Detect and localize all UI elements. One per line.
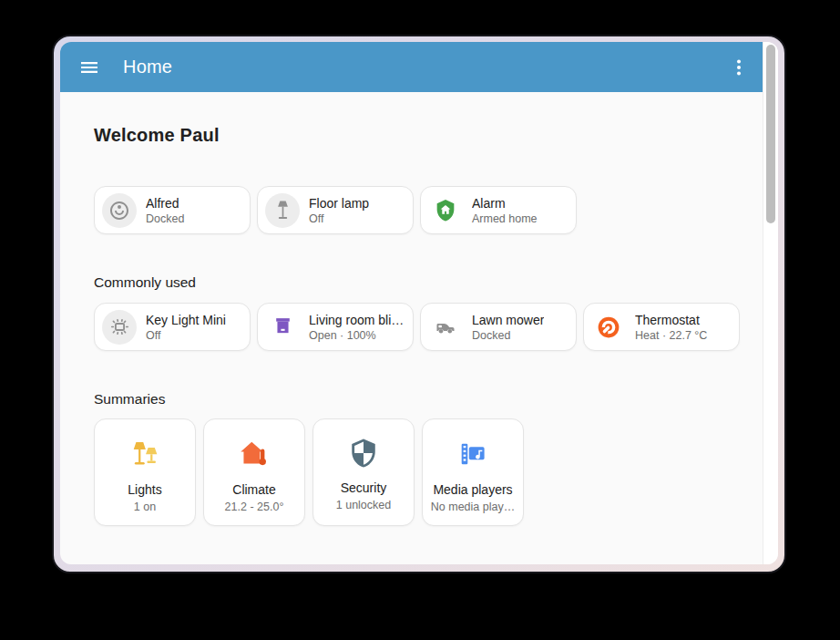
- card-texts: Lawn mower Docked: [472, 313, 544, 342]
- card-status: Off: [146, 329, 226, 342]
- summary-title: Security: [341, 480, 387, 495]
- card-status: Armed home: [472, 212, 538, 225]
- card-texts: Thermostat Heat · 22.7 °C: [635, 313, 707, 342]
- summary-card-climate[interactable]: Climate 21.2 - 25.0°: [203, 418, 305, 526]
- commonly-used-row: Key Light Mini Off Living room bli… Open…: [94, 303, 744, 351]
- media-player-icon: [456, 438, 489, 470]
- card-alfred[interactable]: Alfred Docked: [94, 186, 251, 234]
- card-key-light-mini[interactable]: Key Light Mini Off: [94, 303, 251, 351]
- card-texts: Alfred Docked: [146, 196, 184, 225]
- card-title: Key Light Mini: [146, 313, 226, 327]
- thermostat-dial-icon: [591, 310, 626, 345]
- app-bar: Home: [60, 42, 763, 92]
- summary-status: 1 unlocked: [336, 499, 391, 511]
- card-title: Thermostat: [635, 313, 707, 327]
- card-title: Alfred: [146, 196, 184, 211]
- dashboard-content: Welcome Paul Alfred Docked: [60, 92, 778, 526]
- card-living-room-blinds[interactable]: Living room bli… Open · 100%: [257, 303, 414, 351]
- robot-vacuum-icon: [102, 193, 137, 228]
- section-label-commonly-used: Commonly used: [94, 274, 744, 291]
- quick-access-row: Alfred Docked Floor lamp Off: [94, 186, 744, 234]
- summary-status: 1 on: [134, 501, 156, 513]
- dots-vertical-icon[interactable]: [728, 57, 750, 78]
- card-status: Docked: [472, 329, 544, 342]
- summary-title: Climate: [232, 482, 275, 497]
- summary-status: No media play…: [431, 501, 515, 513]
- card-title: Living room bli…: [309, 313, 404, 327]
- window-blind-icon: [265, 310, 300, 345]
- card-title: Alarm: [472, 196, 538, 211]
- hamburger-menu-icon[interactable]: [78, 57, 100, 78]
- card-floor-lamp[interactable]: Floor lamp Off: [257, 186, 414, 234]
- card-title: Floor lamp: [309, 196, 369, 211]
- floor-lamp-icon: [265, 193, 300, 228]
- scrollbar-track[interactable]: [763, 42, 778, 564]
- lawn-mower-icon: [428, 310, 463, 345]
- home-thermometer-icon: [238, 438, 271, 470]
- card-texts: Key Light Mini Off: [146, 313, 226, 342]
- card-status: Docked: [146, 212, 184, 225]
- page-title: Home: [123, 57, 172, 77]
- summary-status: 21.2 - 25.0°: [225, 501, 284, 513]
- home-assistant-screen: Home Welcome Paul Alfred Docked: [60, 42, 778, 564]
- scrollbar-thumb[interactable]: [766, 45, 775, 223]
- card-status: Open · 100%: [309, 329, 404, 342]
- card-texts: Floor lamp Off: [309, 196, 369, 225]
- card-texts: Living room bli… Open · 100%: [309, 313, 404, 342]
- card-thermostat[interactable]: Thermostat Heat · 22.7 °C: [583, 303, 740, 351]
- card-status: Off: [309, 212, 369, 225]
- shield-home-icon: [428, 193, 463, 228]
- tablet-frame: Home Welcome Paul Alfred Docked: [52, 35, 786, 573]
- greeting-heading: Welcome Paul: [94, 125, 744, 146]
- shield-quadrant-icon: [348, 438, 379, 469]
- card-texts: Alarm Armed home: [472, 196, 538, 225]
- card-status: Heat · 22.7 °C: [635, 329, 707, 342]
- section-label-summaries: Summaries: [94, 391, 744, 408]
- summary-card-media-players[interactable]: Media players No media play…: [422, 418, 524, 526]
- card-title: Lawn mower: [472, 313, 544, 327]
- summaries-row: Lights 1 on Climate 21.2 - 25.0° Securit…: [94, 418, 744, 526]
- card-alarm[interactable]: Alarm Armed home: [420, 186, 577, 234]
- light-panel-icon: [102, 310, 137, 345]
- lamps-icon: [128, 438, 161, 470]
- card-lawn-mower[interactable]: Lawn mower Docked: [420, 303, 577, 351]
- summary-title: Lights: [128, 482, 161, 497]
- summary-title: Media players: [433, 482, 512, 497]
- summary-card-lights[interactable]: Lights 1 on: [94, 418, 196, 526]
- summary-card-security[interactable]: Security 1 unlocked: [312, 418, 415, 526]
